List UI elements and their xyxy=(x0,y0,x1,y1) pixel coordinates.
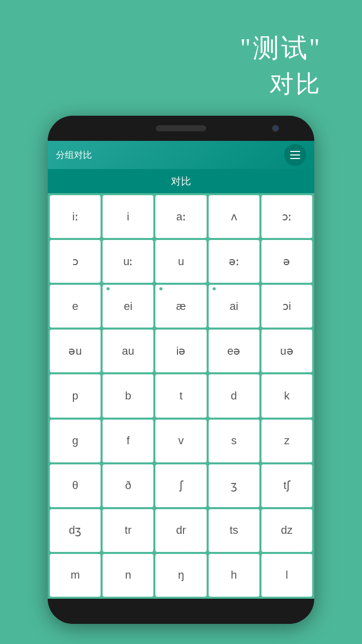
grid-row-1: ɔ uː u əː ə xyxy=(50,240,312,283)
phone-screen: 分组对比 对比 iː i aː ʌ ɔː xyxy=(48,141,314,599)
dot-indicator xyxy=(213,287,216,290)
cell-0-0[interactable]: iː xyxy=(50,195,101,238)
cell-4-2[interactable]: t xyxy=(155,374,206,417)
cell-2-1[interactable]: ei xyxy=(103,285,153,328)
cell-7-4[interactable]: dz xyxy=(261,509,312,552)
dot-indicator xyxy=(107,287,110,290)
cell-0-3[interactable]: ʌ xyxy=(209,195,259,238)
hamburger-icon xyxy=(290,151,300,159)
cell-8-1[interactable]: n xyxy=(103,554,153,597)
phone-top-bar xyxy=(48,116,314,141)
cell-2-3[interactable]: ai xyxy=(209,285,259,328)
phone-speaker xyxy=(156,125,206,131)
cell-1-1[interactable]: uː xyxy=(103,240,153,283)
cell-7-0[interactable]: dʒ xyxy=(50,509,101,552)
cell-6-0[interactable]: θ xyxy=(50,464,101,507)
cell-3-4[interactable]: uə xyxy=(261,330,312,372)
cell-0-4[interactable]: ɔː xyxy=(261,195,312,238)
grid-row-0: iː i aː ʌ ɔː xyxy=(50,195,312,238)
cell-4-4[interactable]: k xyxy=(261,374,312,417)
cell-8-3[interactable]: h xyxy=(209,554,259,597)
cell-1-2[interactable]: u xyxy=(155,240,206,283)
cell-8-0[interactable]: m xyxy=(50,554,101,597)
cell-6-1[interactable]: ð xyxy=(103,464,153,507)
grid-row-3: əu au iə eə uə xyxy=(50,330,312,372)
main-title-sub: 对比 xyxy=(269,68,322,100)
cell-8-2[interactable]: ŋ xyxy=(155,554,206,597)
grid-row-7: dʒ tr dr ts dz xyxy=(50,509,312,552)
cell-6-4[interactable]: tʃ xyxy=(261,464,312,507)
sub-header-text: 对比 xyxy=(171,175,191,188)
cell-0-2[interactable]: aː xyxy=(155,195,206,238)
cell-1-3[interactable]: əː xyxy=(209,240,259,283)
cell-3-1[interactable]: au xyxy=(103,330,153,372)
phone-device: 分组对比 对比 iː i aː ʌ ɔː xyxy=(48,116,314,624)
cell-5-4[interactable]: z xyxy=(261,420,312,462)
cell-2-0[interactable]: e xyxy=(50,285,101,328)
cell-4-3[interactable]: d xyxy=(209,374,259,417)
cell-2-4[interactable]: ɔi xyxy=(261,285,312,328)
cell-7-2[interactable]: dr xyxy=(155,509,206,552)
dot-indicator xyxy=(159,287,162,290)
cell-1-0[interactable]: ɔ xyxy=(50,240,101,283)
cell-5-0[interactable]: g xyxy=(50,420,101,462)
cell-3-2[interactable]: iə xyxy=(155,330,206,372)
grid-row-8: m n ŋ h l xyxy=(50,554,312,597)
cell-6-3[interactable]: ʒ xyxy=(209,464,259,507)
cell-7-3[interactable]: ts xyxy=(209,509,259,552)
main-title-quote: "测试" xyxy=(240,31,322,66)
cell-4-0[interactable]: p xyxy=(50,374,101,417)
cell-3-3[interactable]: eə xyxy=(209,330,259,372)
cell-5-3[interactable]: s xyxy=(209,420,259,462)
cell-4-1[interactable]: b xyxy=(103,374,153,417)
grid-row-5: g f v s z xyxy=(50,420,312,462)
menu-line-1 xyxy=(290,151,300,152)
cell-2-2[interactable]: æ xyxy=(155,285,206,328)
phonetic-grid: iː i aː ʌ ɔː ɔ uː u əː ə e ei xyxy=(48,193,314,599)
menu-line-2 xyxy=(290,154,300,155)
app-bar-title: 分组对比 xyxy=(56,149,92,161)
app-bar: 分组对比 xyxy=(48,141,314,169)
cell-6-2[interactable]: ʃ xyxy=(155,464,206,507)
phone-bottom-bar xyxy=(48,599,314,624)
grid-row-4: p b t d k xyxy=(50,374,312,417)
grid-row-6: θ ð ʃ ʒ tʃ xyxy=(50,464,312,507)
cell-1-4[interactable]: ə xyxy=(261,240,312,283)
phone-camera xyxy=(272,125,279,132)
cell-5-1[interactable]: f xyxy=(103,420,153,462)
sub-header: 对比 xyxy=(48,169,314,193)
grid-row-2: e ei æ ai ɔi xyxy=(50,285,312,328)
menu-button[interactable] xyxy=(284,144,306,166)
cell-3-0[interactable]: əu xyxy=(50,330,101,372)
cell-7-1[interactable]: tr xyxy=(103,509,153,552)
cell-5-2[interactable]: v xyxy=(155,420,206,462)
cell-8-4[interactable]: l xyxy=(261,554,312,597)
background-header: "测试" 对比 xyxy=(0,0,362,116)
menu-line-3 xyxy=(290,158,300,159)
cell-0-1[interactable]: i xyxy=(103,195,153,238)
